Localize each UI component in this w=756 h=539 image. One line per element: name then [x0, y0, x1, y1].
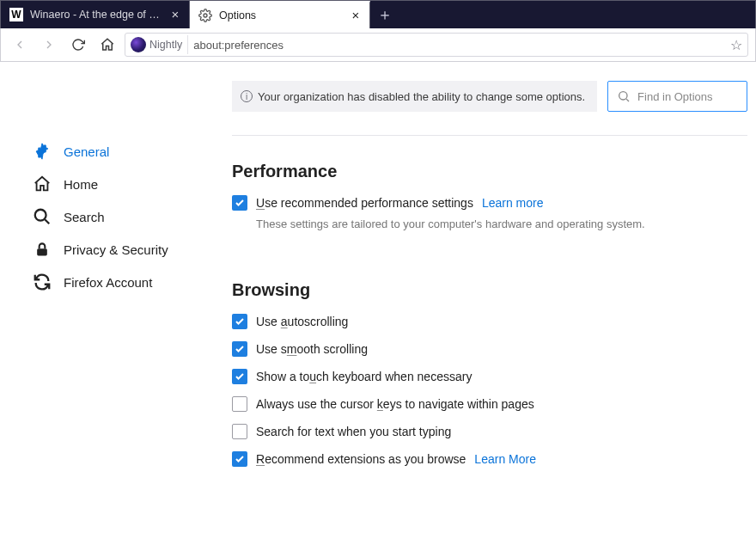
search-icon	[617, 89, 631, 103]
svg-point-3	[35, 210, 46, 221]
nav-privacy[interactable]: Privacy & Security	[27, 233, 208, 266]
nav-privacy-label: Privacy & Security	[64, 242, 168, 257]
browsing-heading: Browsing	[232, 280, 747, 300]
tab-strip: W Winaero - At the edge of tweak × Optio…	[0, 0, 756, 28]
tab-options-title: Options	[219, 9, 342, 21]
checkbox-checked-icon	[232, 369, 247, 384]
option-recommend-label: Recommend extensions as you browse	[256, 452, 466, 466]
nav-general-label: General	[64, 144, 109, 159]
option-searchtype[interactable]: Search for text when you start typing	[232, 424, 747, 439]
reload-button[interactable]	[66, 33, 90, 57]
option-autoscroll[interactable]: Use autoscrolling	[232, 314, 747, 329]
home-icon	[33, 175, 52, 193]
site-identity[interactable]: Nightly	[129, 35, 188, 54]
home-button[interactable]	[95, 33, 119, 57]
new-tab-button[interactable]: ＋	[370, 1, 399, 28]
option-touchkeyboard[interactable]: Show a touch keyboard when necessary	[232, 369, 747, 384]
option-recommended-label: Use recommended performance settings	[256, 196, 473, 210]
search-placeholder: Find in Options	[637, 90, 712, 103]
tab-winaero-title: Winaero - At the edge of tweak	[30, 9, 162, 21]
nav-search[interactable]: Search	[27, 200, 208, 233]
option-autoscroll-label: Use autoscrolling	[256, 315, 348, 328]
close-icon[interactable]: ×	[349, 9, 363, 22]
nav-home-label: Home	[64, 177, 98, 192]
forward-button[interactable]	[37, 33, 61, 57]
performance-heading: Performance	[232, 162, 747, 181]
checkbox-checked-icon	[232, 195, 247, 211]
gear-icon	[33, 142, 52, 161]
checkbox-unchecked-icon	[232, 424, 247, 439]
learn-more-link[interactable]: Learn more	[482, 196, 544, 210]
nav-home[interactable]: Home	[27, 168, 208, 200]
nightly-icon	[131, 37, 146, 52]
find-in-options-input[interactable]: Find in Options	[607, 81, 747, 112]
close-icon[interactable]: ×	[168, 8, 182, 21]
checkbox-checked-icon	[232, 451, 247, 467]
info-icon: i	[241, 90, 253, 102]
option-recommend-extensions[interactable]: Recommend extensions as you browse Learn…	[232, 451, 747, 467]
option-smoothscroll-label: Use smooth scrolling	[256, 342, 368, 356]
url-bar[interactable]: Nightly about:preferences ☆	[125, 33, 748, 57]
url-text: about:preferences	[193, 39, 725, 52]
categories-nav: General Home Search Privacy & Security F…	[27, 135, 208, 298]
option-recommended-performance[interactable]: Use recommended performance settings Lea…	[232, 195, 747, 211]
sync-icon	[33, 273, 52, 291]
nav-search-label: Search	[64, 210, 105, 224]
nav-account-label: Firefox Account	[64, 275, 152, 290]
nav-general[interactable]: General	[27, 135, 208, 168]
checkbox-checked-icon	[232, 314, 247, 329]
policy-notice: i Your organization has disabled the abi…	[232, 81, 597, 112]
preferences-page: i Your organization has disabled the abi…	[0, 62, 756, 539]
performance-hint: These settings are tailored to your comp…	[256, 217, 645, 230]
option-cursorkeys-label: Always use the cursor keys to navigate w…	[256, 397, 534, 411]
svg-point-0	[204, 14, 207, 17]
policy-notice-text: Your organization has disabled the abili…	[258, 90, 585, 103]
bookmark-star-icon[interactable]: ☆	[730, 37, 742, 53]
settings-panel: Performance Use recommended performance …	[232, 135, 747, 479]
svg-rect-4	[37, 248, 47, 255]
learn-more-link[interactable]: Learn More	[474, 452, 536, 466]
navigation-toolbar: Nightly about:preferences ☆	[0, 28, 756, 62]
lock-icon	[33, 240, 52, 259]
option-smoothscroll[interactable]: Use smooth scrolling	[232, 341, 747, 357]
back-button[interactable]	[8, 33, 32, 57]
tab-options[interactable]: Options ×	[190, 1, 370, 28]
identity-label: Nightly	[149, 39, 182, 51]
search-icon	[33, 207, 52, 226]
svg-point-1	[619, 92, 627, 100]
winaero-favicon: W	[9, 8, 23, 21]
option-touchkeyboard-label: Show a touch keyboard when necessary	[256, 370, 472, 383]
option-cursorkeys[interactable]: Always use the cursor keys to navigate w…	[232, 396, 747, 412]
checkbox-checked-icon	[232, 341, 247, 357]
nav-account[interactable]: Firefox Account	[27, 266, 208, 298]
checkbox-unchecked-icon	[232, 396, 247, 412]
tab-winaero[interactable]: W Winaero - At the edge of tweak ×	[1, 1, 190, 28]
gear-icon	[198, 9, 212, 22]
option-searchtype-label: Search for text when you start typing	[256, 425, 451, 438]
